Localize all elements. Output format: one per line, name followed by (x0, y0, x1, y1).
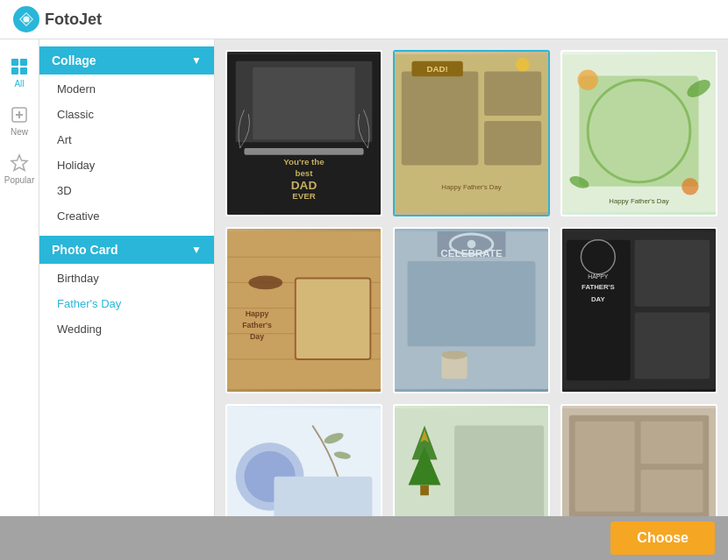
svg-rect-18 (402, 72, 479, 166)
nav-item-modern[interactable]: Modern (39, 76, 214, 102)
svg-text:Day: Day (250, 332, 264, 341)
top-bar: FotoJet (0, 0, 728, 39)
card-item-5[interactable]: CELEBRATE (393, 227, 550, 393)
svg-text:best: best (296, 168, 314, 178)
svg-point-28 (578, 70, 598, 90)
svg-text:Happy Father's Day: Happy Father's Day (441, 183, 501, 191)
card-item-7[interactable]: Happy Father's Day (225, 404, 382, 516)
svg-rect-3 (11, 67, 18, 74)
svg-rect-12 (244, 148, 363, 155)
all-icon (10, 57, 29, 76)
svg-rect-4 (20, 67, 27, 74)
collage-label: Collage (52, 53, 96, 67)
sidebar-item-popular[interactable]: Popular (0, 145, 39, 193)
svg-text:CELEBRATE: CELEBRATE (440, 247, 503, 259)
svg-rect-2 (20, 59, 27, 66)
svg-point-40 (248, 276, 282, 290)
svg-text:EVER: EVER (292, 191, 315, 201)
collage-chevron-icon: ▼ (191, 54, 202, 67)
svg-point-23 (516, 58, 530, 72)
svg-rect-53 (567, 240, 631, 380)
collage-section-header[interactable]: Collage ▼ (39, 46, 214, 74)
svg-marker-8 (11, 155, 27, 171)
svg-rect-79 (640, 470, 703, 513)
svg-rect-78 (640, 422, 703, 464)
popular-icon (10, 153, 29, 173)
svg-text:DAD!: DAD! (426, 64, 447, 74)
nav-item-classic[interactable]: Classic (39, 102, 214, 127)
svg-text:HAPPY: HAPPY (588, 273, 609, 280)
svg-rect-11 (253, 67, 355, 140)
svg-rect-71 (454, 426, 544, 516)
svg-text:DAD: DAD (291, 179, 318, 192)
card-item-3[interactable]: Happy Father's Day (560, 50, 717, 216)
svg-text:Happy Father's Day: Happy Father's Day (609, 197, 668, 205)
svg-rect-58 (635, 240, 710, 307)
svg-rect-20 (484, 121, 541, 166)
photo-card-section-header[interactable]: Photo Card ▼ (39, 236, 214, 264)
all-label: All (14, 79, 24, 89)
nav-item-art[interactable]: Art (39, 127, 214, 152)
nav-item-creative[interactable]: Creative (39, 203, 214, 229)
bottom-bar: Choose (0, 516, 728, 560)
sidebar-icons: All New Popular (0, 39, 39, 516)
svg-rect-59 (635, 312, 710, 379)
photo-card-chevron-icon: ▼ (191, 244, 202, 256)
sidebar-item-new[interactable]: New (0, 96, 39, 145)
svg-text:You're the: You're the (283, 157, 325, 167)
nav-item-holiday[interactable]: Holiday (39, 152, 214, 178)
svg-text:FATHER'S: FATHER'S (582, 283, 615, 291)
svg-text:Father's: Father's (242, 321, 272, 330)
nav-item-fathers-day[interactable]: Father's Day (39, 291, 214, 316)
svg-point-0 (23, 16, 29, 22)
sidebar-item-all[interactable]: All (0, 48, 39, 96)
svg-rect-1 (11, 59, 18, 66)
svg-text:Happy: Happy (246, 309, 269, 318)
new-icon (10, 105, 29, 124)
svg-rect-48 (408, 261, 536, 346)
new-label: New (11, 127, 28, 137)
svg-rect-39 (296, 279, 371, 359)
svg-rect-70 (420, 486, 429, 496)
card-item-4[interactable]: Happy Father's Day (225, 227, 382, 393)
card-item-1[interactable]: You're the best DAD EVER (225, 50, 382, 216)
content-grid: You're the best DAD EVER (215, 39, 728, 516)
nav-item-3d[interactable]: 3D (39, 178, 214, 203)
nav-item-birthday[interactable]: Birthday (39, 266, 214, 291)
left-nav: Collage ▼ Modern Classic Art Holiday 3D … (39, 39, 215, 516)
svg-point-29 (682, 178, 698, 195)
card-item-2[interactable]: DAD! Happy Father's Day (393, 50, 550, 216)
photo-card-label: Photo Card (52, 243, 118, 257)
svg-rect-65 (274, 477, 372, 516)
svg-rect-26 (579, 75, 698, 186)
card-item-8[interactable]: daddy & me (393, 404, 550, 516)
card-item-9[interactable]: PERFECT FATHER (560, 404, 717, 516)
svg-text:DAY: DAY (591, 295, 606, 303)
nav-item-wedding[interactable]: Wedding (39, 316, 214, 342)
popular-label: Popular (4, 175, 34, 185)
app-title: FotoJet (45, 11, 102, 29)
logo-icon (13, 6, 39, 32)
choose-button[interactable]: Choose (610, 521, 715, 555)
card-item-6[interactable]: HAPPY FATHER'S DAY (560, 227, 717, 393)
svg-rect-19 (484, 72, 541, 117)
svg-rect-77 (575, 422, 635, 512)
svg-point-51 (441, 351, 467, 359)
main-layout: All New Popular Collage (0, 39, 728, 516)
